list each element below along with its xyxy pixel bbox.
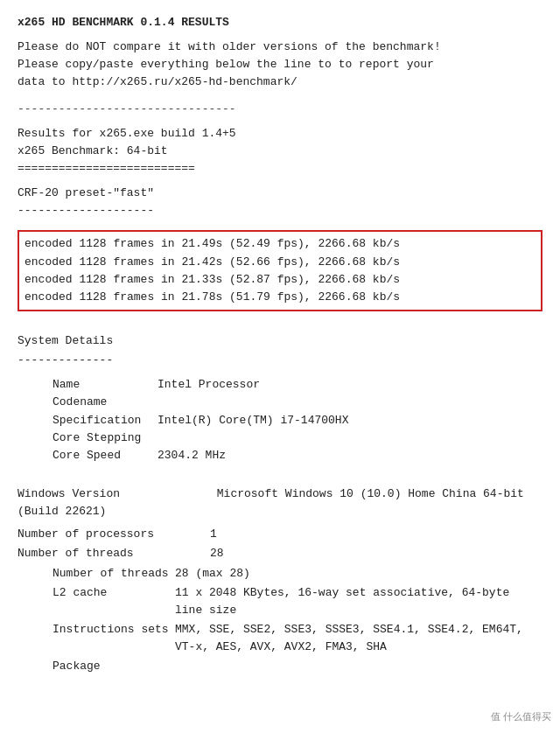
detail-value-core-speed: 2304.2 MHz (158, 447, 542, 464)
detail-value-name: Intel Processor (158, 376, 542, 394)
l2-cache-label: L2 cache (52, 584, 175, 619)
instruction-sets-value: MMX, SSE, SSE2, SSE3, SSSE3, SSE4.1, SSE… (175, 621, 542, 656)
system-details-title: System Details (18, 332, 542, 350)
detail-label-specification: Specification (18, 412, 158, 429)
detail-row-core-stepping: Core Stepping (18, 429, 542, 447)
package-row: Package (18, 658, 542, 675)
l2-cache-value: 11 x 2048 KBytes, 16-way set associative… (175, 584, 542, 619)
warning-line-1: Please do NOT compare it with older vers… (18, 38, 542, 56)
detail-row-specification: Specification Intel(R) Core(TM) i7-14700… (18, 412, 542, 429)
num-threads-label: Number of threads (18, 545, 210, 562)
detail-row-core-speed: Core Speed 2304.2 MHz (18, 447, 542, 464)
encoded-line-4: encoded 1128 frames in 21.78s (51.79 fps… (24, 289, 536, 306)
crf-line: CRF-20 preset-"fast" (18, 185, 542, 202)
indented-threads-value: 28 (max 28) (175, 565, 250, 583)
detail-value-codename (158, 394, 542, 411)
build-line-2: x265 Benchmark: 64-bit (18, 143, 542, 160)
build-line-1: Results for x265.exe build 1.4+5 (18, 125, 542, 143)
encoded-line-1: encoded 1128 frames in 21.49s (52.49 fps… (24, 235, 536, 253)
encoded-results-box: encoded 1128 frames in 21.49s (52.49 fps… (18, 230, 542, 311)
num-threads-row: Number of threads 28 (18, 545, 542, 562)
detail-label-core-stepping: Core Stepping (18, 429, 158, 447)
detail-row-codename: Codename (18, 394, 542, 411)
detail-label-name: Name (18, 376, 158, 394)
instruction-sets-row: Instructions sets MMX, SSE, SSE2, SSE3, … (18, 621, 542, 656)
instruction-sets-label: Instructions sets (52, 621, 175, 656)
windows-label: Windows Version (18, 485, 210, 503)
watermark: 值 什么值得买 (491, 709, 551, 724)
system-details-underline: -------------- (18, 352, 542, 369)
num-processors-value: 1 (210, 526, 542, 543)
detail-label-codename: Codename (18, 394, 158, 411)
num-processors-label: Number of processors (18, 526, 210, 543)
equals-line: ========================== (18, 160, 542, 178)
encoded-line-3: encoded 1128 frames in 21.33s (52.87 fps… (24, 271, 536, 289)
detail-label-core-speed: Core Speed (18, 447, 158, 464)
divider-1: -------------------------------- (18, 101, 542, 118)
page-title: x265 HD BENCHMARK 0.1.4 RESULTS (18, 14, 542, 31)
encoded-line-2: encoded 1128 frames in 21.42s (52.66 fps… (24, 254, 536, 271)
system-details-section: System Details -------------- Name Intel… (18, 332, 542, 464)
windows-version-row: Windows Version Microsoft Windows 10 (10… (18, 485, 542, 520)
detail-row-name: Name Intel Processor (18, 376, 542, 394)
num-processors-row: Number of processors 1 (18, 526, 542, 543)
indented-threads-label: Number of threads (52, 565, 175, 583)
crf-underline: -------------------- (18, 202, 542, 220)
indented-threads-row: Number of threads 28 (max 28) (18, 565, 542, 583)
warning-line-2: Please copy/paste everything below the l… (18, 56, 542, 73)
windows-section: Windows Version Microsoft Windows 10 (10… (18, 485, 542, 675)
num-threads-value: 28 (210, 545, 542, 562)
warning-line-3: data to http://x265.ru/x265-hd-benchmark… (18, 73, 542, 91)
package-label: Package (52, 658, 175, 675)
detail-value-specification: Intel(R) Core(TM) i7-14700HX (158, 412, 542, 429)
l2-cache-row: L2 cache 11 x 2048 KBytes, 16-way set as… (18, 584, 542, 619)
detail-value-core-stepping (158, 429, 542, 447)
